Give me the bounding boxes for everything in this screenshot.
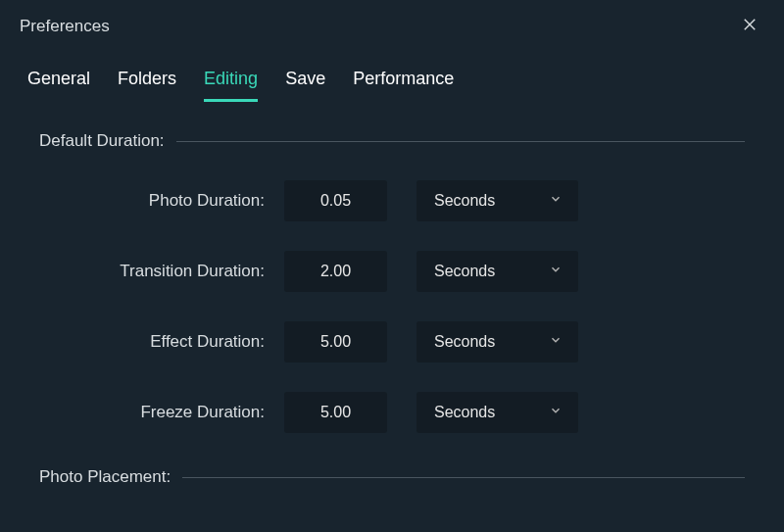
content: Default Duration: Photo Duration: Second… — [0, 102, 784, 487]
chevron-down-icon — [549, 333, 563, 351]
tabs: General Folders Editing Save Performance — [0, 49, 784, 102]
photo-duration-input[interactable] — [284, 180, 387, 221]
divider — [176, 141, 745, 142]
tab-save[interactable]: Save — [285, 69, 325, 102]
header: Preferences — [0, 0, 784, 49]
transition-duration-label: Transition Duration: — [69, 262, 284, 281]
freeze-duration-label: Freeze Duration: — [69, 403, 284, 422]
section-label-default-duration: Default Duration: — [39, 131, 176, 151]
transition-duration-input[interactable] — [284, 251, 387, 292]
photo-duration-label: Photo Duration: — [69, 191, 284, 211]
chevron-down-icon — [549, 404, 563, 421]
photo-duration-unit-value: Seconds — [434, 192, 495, 210]
transition-duration-unit-value: Seconds — [434, 263, 495, 280]
tab-editing[interactable]: Editing — [204, 69, 258, 102]
tab-performance[interactable]: Performance — [353, 69, 454, 102]
close-button[interactable] — [735, 12, 764, 41]
divider — [182, 477, 745, 478]
freeze-duration-input[interactable] — [284, 392, 387, 433]
tab-general[interactable]: General — [27, 69, 90, 102]
chevron-down-icon — [549, 263, 563, 280]
field-freeze-duration: Freeze Duration: Seconds — [39, 392, 745, 433]
photo-duration-unit-select[interactable]: Seconds — [416, 180, 578, 221]
effect-duration-input[interactable] — [284, 321, 387, 363]
effect-duration-unit-value: Seconds — [434, 333, 495, 351]
freeze-duration-unit-select[interactable]: Seconds — [416, 392, 578, 433]
field-effect-duration: Effect Duration: Seconds — [39, 321, 745, 363]
section-photo-placement: Photo Placement: — [39, 467, 745, 487]
field-transition-duration: Transition Duration: Seconds — [39, 251, 745, 292]
freeze-duration-unit-value: Seconds — [434, 404, 495, 421]
section-default-duration: Default Duration: — [39, 131, 745, 151]
tab-folders[interactable]: Folders — [118, 69, 176, 102]
effect-duration-label: Effect Duration: — [69, 332, 284, 352]
preferences-window: Preferences General Folders Editing Save… — [0, 0, 784, 532]
section-label-photo-placement: Photo Placement: — [39, 467, 182, 487]
chevron-down-icon — [549, 192, 563, 210]
transition-duration-unit-select[interactable]: Seconds — [416, 251, 578, 292]
close-icon — [741, 16, 759, 37]
field-photo-duration: Photo Duration: Seconds — [39, 180, 745, 221]
effect-duration-unit-select[interactable]: Seconds — [416, 321, 578, 363]
window-title: Preferences — [20, 17, 110, 36]
